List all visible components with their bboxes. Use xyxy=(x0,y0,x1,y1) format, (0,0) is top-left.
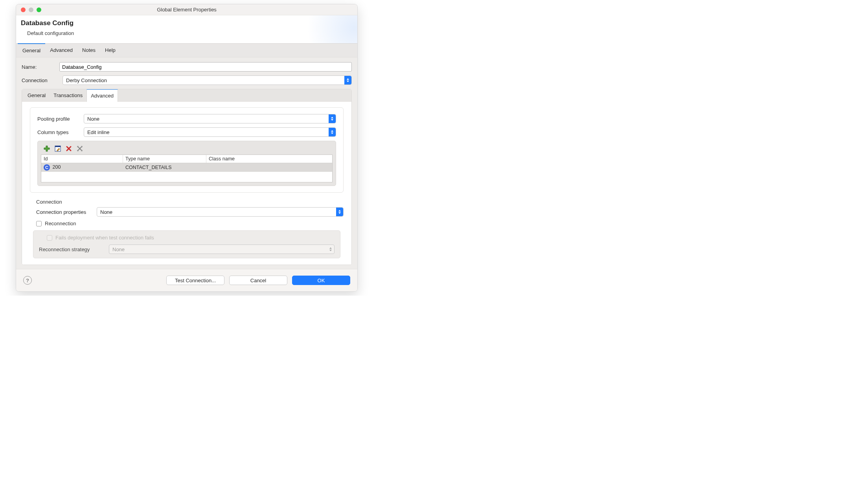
top-tab-advanced[interactable]: Advanced xyxy=(45,44,77,57)
test-connection-button[interactable]: Test Connection... xyxy=(166,276,224,285)
header-decoration xyxy=(302,15,357,43)
column-header-class-name[interactable]: Class name xyxy=(206,155,332,163)
dialog-footer: ? Test Connection... Cancel OK xyxy=(16,269,357,291)
column-types-value: Edit inline xyxy=(87,129,109,135)
connection-panel: General Transactions Advanced Pooling pr… xyxy=(22,89,352,265)
connection-section-title: Connection xyxy=(36,199,344,205)
main-content: Name: Connection Derby Connection Genera… xyxy=(16,57,357,269)
row-type-icon: C xyxy=(44,164,50,171)
updown-icon xyxy=(329,128,336,136)
edit-icon[interactable] xyxy=(54,145,61,152)
window-title: Global Element Properties xyxy=(16,7,357,13)
connection-section: Connection Connection properties None Re… xyxy=(30,199,344,258)
column-types-editor: Id Type name Class name C 200 CONTACT_DE… xyxy=(37,141,336,186)
reconnection-strategy-select: None xyxy=(109,245,335,254)
svg-point-2 xyxy=(77,146,79,147)
column-types-table[interactable]: Id Type name Class name C 200 CONTACT_DE… xyxy=(41,155,333,182)
table-row[interactable]: C 200 CONTACT_DETAILS xyxy=(41,163,332,172)
editor-toolbar xyxy=(41,145,333,155)
svg-point-5 xyxy=(81,150,83,151)
updown-icon xyxy=(329,114,336,123)
fails-deployment-label: Fails deployment when test connection fa… xyxy=(55,235,154,241)
reconnection-strategy-value: None xyxy=(112,246,125,252)
column-types-select[interactable]: Edit inline xyxy=(84,127,336,137)
name-label: Name: xyxy=(22,64,59,70)
add-icon[interactable] xyxy=(43,145,50,152)
connection-properties-value: None xyxy=(100,209,112,215)
inner-tab-general[interactable]: General xyxy=(24,89,50,102)
reconnection-checkbox[interactable] xyxy=(36,221,42,226)
cell-type-name: CONTACT_DETAILS xyxy=(123,165,206,170)
column-header-type-name[interactable]: Type name xyxy=(123,155,206,163)
ok-button[interactable]: OK xyxy=(292,276,350,285)
inner-tab-advanced[interactable]: Advanced xyxy=(86,89,118,102)
inner-tab-transactions[interactable]: Transactions xyxy=(50,89,86,102)
connection-properties-select[interactable]: None xyxy=(97,207,344,217)
top-tab-help[interactable]: Help xyxy=(100,44,120,57)
table-empty-area xyxy=(41,172,332,182)
help-icon[interactable]: ? xyxy=(23,276,32,285)
top-tabbar: General Advanced Notes Help xyxy=(16,43,357,57)
top-tab-notes[interactable]: Notes xyxy=(77,44,100,57)
dialog-header: Database Config Default configuration xyxy=(16,15,357,43)
updown-icon xyxy=(344,76,351,85)
connection-select[interactable]: Derby Connection xyxy=(63,75,352,85)
updown-icon xyxy=(327,245,334,254)
delete-icon[interactable] xyxy=(65,145,72,152)
reconnection-subpanel: Fails deployment when test connection fa… xyxy=(33,230,340,258)
reconnection-strategy-label: Reconnection strategy xyxy=(39,246,109,252)
updown-icon xyxy=(336,208,343,216)
top-tab-general[interactable]: General xyxy=(18,43,45,57)
tools-icon[interactable] xyxy=(76,145,83,152)
name-input[interactable] xyxy=(59,62,352,72)
titlebar: Global Element Properties xyxy=(16,4,357,15)
pooling-profile-select[interactable]: None xyxy=(84,114,336,123)
svg-point-3 xyxy=(81,146,83,147)
svg-rect-1 xyxy=(55,146,61,147)
column-header-id[interactable]: Id xyxy=(41,155,123,163)
connection-label: Connection xyxy=(22,77,59,83)
connection-select-value: Derby Connection xyxy=(66,77,107,83)
inner-tabbar: General Transactions Advanced xyxy=(22,89,351,102)
pooling-profile-value: None xyxy=(87,116,99,122)
dialog-subtitle: Default configuration xyxy=(21,30,351,36)
fails-deployment-checkbox xyxy=(47,235,52,241)
reconnection-label: Reconnection xyxy=(45,221,76,226)
cell-id: 200 xyxy=(52,164,61,170)
dialog-window: Global Element Properties Database Confi… xyxy=(16,4,358,292)
connection-properties-label: Connection properties xyxy=(30,209,97,215)
cancel-button[interactable]: Cancel xyxy=(229,276,287,285)
svg-point-4 xyxy=(77,150,79,151)
column-types-label: Column types xyxy=(37,129,84,135)
pooling-profile-label: Pooling profile xyxy=(37,116,84,122)
dialog-title: Database Config xyxy=(21,19,351,27)
